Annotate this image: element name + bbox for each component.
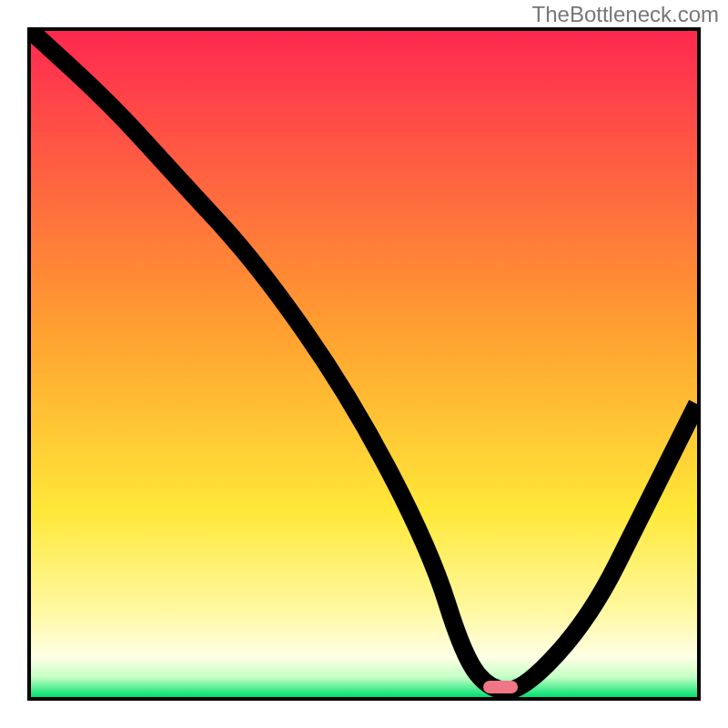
curve-layer xyxy=(31,31,697,697)
bottleneck-curve xyxy=(31,31,697,691)
optimal-marker xyxy=(483,681,518,694)
watermark-text: TheBottleneck.com xyxy=(532,2,719,27)
bottleneck-chart: TheBottleneck.com xyxy=(0,0,728,728)
plot-area xyxy=(27,27,701,701)
